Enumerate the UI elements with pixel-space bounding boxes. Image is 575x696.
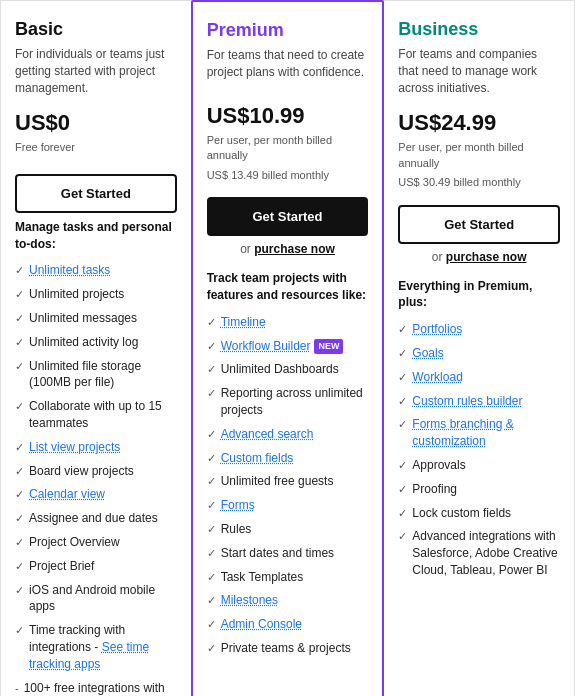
- check-icon: ✓: [207, 474, 216, 489]
- check-icon: ✓: [15, 464, 24, 479]
- check-icon: ✓: [398, 458, 407, 473]
- check-icon: ✓: [398, 417, 407, 432]
- list-item: ✓Advanced search: [207, 426, 369, 443]
- list-item: ✓Unlimited projects: [15, 286, 177, 303]
- check-icon: ✓: [15, 263, 24, 278]
- feature-link[interactable]: Goals: [412, 346, 443, 360]
- feature-link[interactable]: Portfolios: [412, 322, 462, 336]
- basic-plan-name: Basic: [15, 19, 177, 40]
- check-icon: ✓: [207, 522, 216, 537]
- list-item: ✓Workflow BuilderNEW: [207, 338, 369, 355]
- check-icon: ✓: [207, 498, 216, 513]
- check-icon: ✓: [207, 617, 216, 632]
- list-item: ✓Project Overview: [15, 534, 177, 551]
- list-item: ✓Board view projects: [15, 463, 177, 480]
- list-item: ✓Advanced integrations with Salesforce, …: [398, 528, 560, 578]
- feature-link[interactable]: Forms branching & customization: [412, 417, 513, 448]
- check-icon: ✓: [207, 546, 216, 561]
- check-icon: ✓: [15, 623, 24, 638]
- premium-purchase-now-link[interactable]: purchase now: [254, 242, 335, 256]
- business-get-started-button[interactable]: Get Started: [398, 205, 560, 244]
- check-icon: ✓: [15, 440, 24, 455]
- list-item: ✓Unlimited file storage (100MB per file): [15, 358, 177, 392]
- check-icon: ✓: [15, 511, 24, 526]
- plans-container: Basic For individuals or teams just gett…: [0, 0, 575, 696]
- premium-get-started-button[interactable]: Get Started: [207, 197, 369, 236]
- feature-link[interactable]: Custom rules builder: [412, 394, 522, 408]
- check-icon: ✓: [207, 570, 216, 585]
- business-plan-desc: For teams and companies that need to man…: [398, 46, 560, 96]
- premium-section-header: Track team projects with features and re…: [207, 270, 369, 304]
- list-item: ✓Reporting across unlimited projects: [207, 385, 369, 419]
- list-item: ✓Timeline: [207, 314, 369, 331]
- check-icon: ✓: [15, 311, 24, 326]
- business-billing-1: Per user, per month billed annually: [398, 140, 560, 171]
- list-item: ✓Private teams & projects: [207, 640, 369, 657]
- see-time-tracking-link[interactable]: See time tracking apps: [29, 640, 149, 671]
- basic-plan: Basic For individuals or teams just gett…: [0, 0, 192, 696]
- new-badge: NEW: [314, 339, 343, 354]
- basic-section-header: Manage tasks and personal to-dos:: [15, 219, 177, 253]
- list-item: ✓Unlimited tasks: [15, 262, 177, 279]
- basic-get-started-button[interactable]: Get Started: [15, 174, 177, 213]
- check-icon: ✓: [398, 370, 407, 385]
- business-purchase-now-link[interactable]: purchase now: [446, 250, 527, 264]
- premium-feature-list: ✓Timeline ✓Workflow BuilderNEW ✓Unlimite…: [207, 314, 369, 696]
- premium-billing-2: US$ 13.49 billed monthly: [207, 168, 369, 183]
- list-item: ✓List view projects: [15, 439, 177, 456]
- business-section-header: Everything in Premium, plus:: [398, 278, 560, 312]
- list-item: ✓Start dates and times: [207, 545, 369, 562]
- check-icon: ✓: [398, 346, 407, 361]
- check-icon: ✓: [207, 362, 216, 377]
- premium-plan-desc: For teams that need to create project pl…: [207, 47, 369, 89]
- list-item: ✓Unlimited Dashboards: [207, 361, 369, 378]
- feature-link[interactable]: Workload: [412, 370, 462, 384]
- feature-link[interactable]: Timeline: [221, 315, 266, 329]
- check-icon: -: [15, 681, 19, 696]
- list-item: ✓Workload: [398, 369, 560, 386]
- feature-link[interactable]: Workflow Builder: [221, 339, 311, 353]
- check-icon: ✓: [398, 322, 407, 337]
- list-item: ✓Project Brief: [15, 558, 177, 575]
- check-icon: ✓: [15, 287, 24, 302]
- check-icon: ✓: [398, 482, 407, 497]
- check-icon: ✓: [15, 583, 24, 598]
- list-item: ✓Calendar view: [15, 486, 177, 503]
- check-icon: ✓: [207, 451, 216, 466]
- check-icon: ✓: [15, 559, 24, 574]
- list-item: ✓Rules: [207, 521, 369, 538]
- check-icon: ✓: [15, 335, 24, 350]
- business-purchase-line: or purchase now: [398, 250, 560, 264]
- list-item: ✓Task Templates: [207, 569, 369, 586]
- feature-link[interactable]: Milestones: [221, 593, 278, 607]
- check-icon: ✓: [207, 593, 216, 608]
- business-billing-2: US$ 30.49 billed monthly: [398, 175, 560, 190]
- list-item: ✓Milestones: [207, 592, 369, 609]
- list-item: ✓Forms branching & customization: [398, 416, 560, 450]
- check-icon: ✓: [207, 339, 216, 354]
- list-item: ✓Collaborate with up to 15 teammates: [15, 398, 177, 432]
- list-item: ✓Goals: [398, 345, 560, 362]
- feature-link[interactable]: Forms: [221, 498, 255, 512]
- feature-link[interactable]: Advanced search: [221, 427, 314, 441]
- feature-link[interactable]: Calendar view: [29, 487, 105, 501]
- feature-link[interactable]: Custom fields: [221, 451, 294, 465]
- list-item: ✓Custom rules builder: [398, 393, 560, 410]
- check-icon: ✓: [207, 427, 216, 442]
- check-icon: ✓: [207, 641, 216, 656]
- list-item: ✓Time tracking with integrations - See t…: [15, 622, 177, 672]
- list-item: ✓Assignee and due dates: [15, 510, 177, 527]
- feature-link[interactable]: Unlimited tasks: [29, 263, 110, 277]
- feature-link[interactable]: List view projects: [29, 440, 120, 454]
- check-icon: ✓: [398, 394, 407, 409]
- list-item: ✓Forms: [207, 497, 369, 514]
- basic-billing: Free forever: [15, 140, 177, 155]
- premium-plan: Premium For teams that need to create pr…: [191, 0, 385, 696]
- check-icon: ✓: [15, 359, 24, 374]
- basic-feature-list: ✓Unlimited tasks ✓Unlimited projects ✓Un…: [15, 262, 177, 696]
- check-icon: ✓: [207, 315, 216, 330]
- check-icon: ✓: [15, 399, 24, 414]
- premium-billing-1: Per user, per month billed annually: [207, 133, 369, 164]
- list-item: ✓Unlimited activity log: [15, 334, 177, 351]
- feature-link[interactable]: Admin Console: [221, 617, 302, 631]
